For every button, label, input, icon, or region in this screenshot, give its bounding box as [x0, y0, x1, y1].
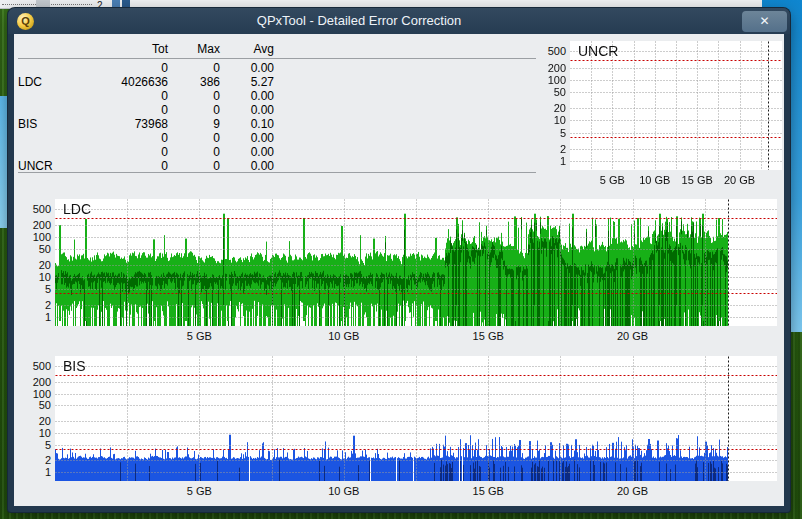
ldc-chart-title: LDC	[63, 201, 91, 217]
tot-value: 4026636	[90, 75, 168, 89]
max-value: 0	[168, 145, 220, 159]
stats-separator-top	[18, 58, 536, 59]
uncr-y-tick-label: 100	[532, 74, 566, 86]
tot-value: 0	[90, 89, 168, 103]
max-value: 0	[168, 61, 220, 75]
avg-value: 0.00	[220, 61, 274, 75]
ldc-y-tick-label: 20	[17, 259, 51, 271]
bis-x-tick-label: 10 GB	[320, 485, 368, 497]
bis-y-tick-label: 1	[17, 466, 51, 478]
bis-y-tick-label: 100	[17, 388, 51, 400]
stats-row-3: 000.00	[18, 103, 274, 117]
bis-y-tick-label: 5	[17, 439, 51, 451]
avg-value: 0.10	[220, 117, 274, 131]
row-label	[18, 145, 90, 159]
bis-chart-title: BIS	[63, 358, 86, 374]
max-value: 9	[168, 117, 220, 131]
stats-separator-bottom	[18, 172, 536, 173]
stats-header-row: Tot Max Avg	[18, 42, 274, 56]
bis-x-tick-label: 15 GB	[464, 485, 512, 497]
uncr-x-tick-label: 15 GB	[673, 174, 721, 186]
stats-row-5: 000.00	[18, 131, 274, 145]
uncr-y-tick-label: 5	[532, 127, 566, 139]
tot-value: 0	[90, 103, 168, 117]
ldc-y-tick-label: 100	[17, 231, 51, 243]
qpxtool-app-icon: Q	[17, 13, 34, 30]
tot-value: 0	[90, 145, 168, 159]
bis-y-tick-label: 200	[17, 376, 51, 388]
row-label	[18, 89, 90, 103]
bis-chart: BIS 5002001005020105215 GB10 GB15 GB20 G…	[55, 356, 777, 481]
row-label: BIS	[18, 117, 90, 131]
max-value: 0	[168, 103, 220, 117]
bis-y-tick-label: 500	[17, 360, 51, 372]
background-toolbar-segment	[122, 0, 130, 8]
stats-row-6: 000.00	[18, 145, 274, 159]
ldc-x-tick-label: 5 GB	[175, 330, 223, 342]
bis-y-tick-label: 10	[17, 427, 51, 439]
stats-row-2: 000.00	[18, 89, 274, 103]
ldc-y-tick-label: 10	[17, 271, 51, 283]
window-title: QPxTool - Detailed Error Correction	[48, 8, 670, 34]
stats-header-tot: Tot	[90, 42, 168, 56]
uncr-x-tick-label: 10 GB	[631, 174, 679, 186]
ldc-y-tick-label: 2	[17, 299, 51, 311]
bis-y-tick-label: 20	[17, 415, 51, 427]
ldc-y-tick-label: 50	[17, 243, 51, 255]
uncr-x-tick-label: 20 GB	[716, 174, 764, 186]
uncr-y-tick-label: 2	[532, 143, 566, 155]
bis-x-tick-label: 20 GB	[609, 485, 657, 497]
max-value: 0	[168, 159, 220, 173]
ldc-plot-canvas	[55, 199, 777, 326]
stats-row-BIS: BIS7396890.10	[18, 117, 274, 131]
bis-y-tick-label: 50	[17, 399, 51, 411]
ldc-y-tick-label: 200	[17, 219, 51, 231]
tot-value: 0	[90, 61, 168, 75]
uncr-y-tick-label: 20	[532, 102, 566, 114]
close-icon: ✕	[759, 14, 769, 28]
avg-value: 0.00	[220, 89, 274, 103]
desktop: 2 Q QPxTool - Detailed Error Correction …	[0, 0, 802, 519]
row-label: LDC	[18, 75, 90, 89]
row-label	[18, 131, 90, 145]
avg-value: 5.27	[220, 75, 274, 89]
avg-value: 0.00	[220, 103, 274, 117]
tot-value: 0	[90, 159, 168, 173]
bis-x-tick-label: 5 GB	[175, 485, 223, 497]
uncr-y-tick-label: 500	[532, 45, 566, 57]
stats-rows: 000.00LDC40266363865.27000.00000.00BIS73…	[18, 61, 274, 173]
avg-value: 0.00	[220, 145, 274, 159]
dialog-content: Tot Max Avg 000.00LDC40266363865.27000.0…	[14, 34, 784, 506]
ldc-y-tick-label: 1	[17, 311, 51, 323]
avg-value: 0.00	[220, 131, 274, 145]
row-label	[18, 103, 90, 117]
uncr-y-tick-label: 200	[532, 62, 566, 74]
row-label: UNCR	[18, 159, 90, 173]
background-toolbar-segment	[112, 0, 120, 8]
uncr-plot-canvas	[570, 41, 782, 170]
tot-value: 0	[90, 131, 168, 145]
max-value: 0	[168, 89, 220, 103]
stats-row-LDC: LDC40266363865.27	[18, 75, 274, 89]
close-button[interactable]: ✕	[742, 11, 787, 32]
stats-header-max: Max	[168, 42, 220, 56]
ldc-x-tick-label: 15 GB	[464, 330, 512, 342]
titlebar[interactable]: Q QPxTool - Detailed Error Correction ✕	[8, 8, 790, 34]
max-value: 386	[168, 75, 220, 89]
qpxtool-dialog-window: Q QPxTool - Detailed Error Correction ✕ …	[8, 8, 790, 512]
uncr-y-tick-label: 50	[532, 86, 566, 98]
background-toolbar-segment	[36, 0, 50, 8]
stats-header-spacer	[18, 42, 90, 56]
stats-row-0: 000.00	[18, 61, 274, 75]
ldc-y-tick-label: 5	[17, 283, 51, 295]
uncr-x-tick-label: 5 GB	[588, 174, 636, 186]
bis-plot-canvas	[55, 356, 777, 481]
bis-y-tick-label: 2	[17, 454, 51, 466]
ldc-x-tick-label: 20 GB	[609, 330, 657, 342]
uncr-chart-title: UNCR	[578, 43, 618, 59]
row-label	[18, 61, 90, 75]
max-value: 0	[168, 131, 220, 145]
stats-header-avg: Avg	[220, 42, 274, 56]
avg-value: 0.00	[220, 159, 274, 173]
tot-value: 73968	[90, 117, 168, 131]
